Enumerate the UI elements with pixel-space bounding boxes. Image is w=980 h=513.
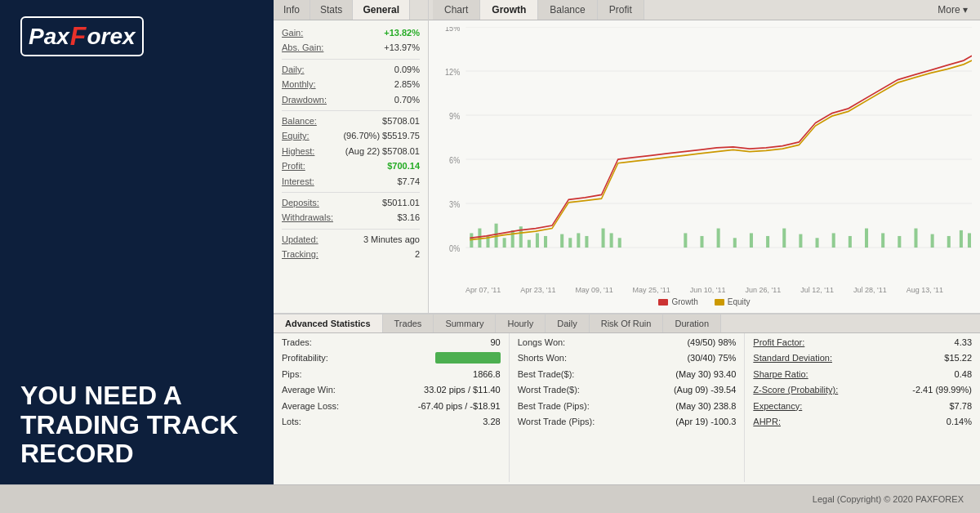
tab-chart[interactable]: Chart <box>433 0 480 20</box>
balance-label[interactable]: Balance: <box>282 115 317 127</box>
stats-row-sharpe: Sharpe Ratio: 0.48 <box>753 368 972 381</box>
tab-daily[interactable]: Daily <box>546 314 589 332</box>
tab-profit[interactable]: Profit <box>598 0 644 20</box>
tab-risk-of-ruin[interactable]: Risk Of Ruin <box>590 314 664 332</box>
chart-svg-container: 15% 12% 9% 6% 3% 0% <box>437 27 972 286</box>
info-row-monthly: Monthly: 2.85% <box>282 78 420 91</box>
withdrawals-label[interactable]: Withdrawals: <box>282 212 333 224</box>
std-dev-label: Standard Deviation: <box>753 352 832 364</box>
lots-label: Lots: <box>282 416 301 428</box>
stats-row-profitability: Profitability: <box>282 352 501 364</box>
tab-stats[interactable]: Stats <box>310 0 353 20</box>
tab-hourly[interactable]: Hourly <box>496 314 546 332</box>
svg-rect-25 <box>577 233 580 248</box>
tab-duration[interactable]: Duration <box>663 314 721 332</box>
withdrawals-value: $3.16 <box>397 212 420 224</box>
drawdown-value: 0.70% <box>394 94 420 106</box>
legend-equity: Equity <box>715 297 751 306</box>
monthly-label[interactable]: Monthly: <box>282 78 316 91</box>
info-panel: Info Stats General Gain: +13.82% Abs. Ga… <box>274 0 429 313</box>
updated-label[interactable]: Updated: <box>282 234 318 246</box>
chart-x-labels: Apr 07, '11 Apr 23, '11 May 09, '11 May … <box>437 286 972 294</box>
profit-label[interactable]: Profit: <box>282 160 305 172</box>
svg-rect-38 <box>816 238 819 248</box>
highest-label[interactable]: Highest: <box>282 145 314 158</box>
tab-info[interactable]: Info <box>274 0 310 20</box>
svg-rect-18 <box>511 230 514 248</box>
equity-label[interactable]: Equity: <box>282 130 310 142</box>
svg-rect-44 <box>914 229 917 248</box>
shorts-won-label: Shorts Won: <box>518 352 567 364</box>
zscore-value: -2.41 (99.99%) <box>912 384 972 396</box>
profit-factor-label: Profit Factor: <box>753 337 804 349</box>
svg-rect-47 <box>960 230 963 248</box>
interest-label[interactable]: Interest: <box>282 176 314 188</box>
svg-rect-20 <box>528 240 531 248</box>
stats-row-expectancy: Expectancy: $7.78 <box>753 400 972 413</box>
stats-row-worst-trade-dollar: Worst Trade($): (Aug 09) -39.54 <box>518 384 737 396</box>
highest-value: (Aug 22) $5708.01 <box>345 145 420 158</box>
tab-general[interactable]: General <box>353 0 410 20</box>
chart-more-button[interactable]: More ▾ <box>929 0 976 20</box>
deposits-value: $5011.01 <box>382 197 420 209</box>
tab-summary[interactable]: Summary <box>434 314 496 332</box>
avg-loss-value: -67.40 pips / -$18.91 <box>418 400 501 413</box>
deposits-label[interactable]: Deposits: <box>282 197 319 209</box>
profitability-bar <box>435 352 501 364</box>
abs-gain-value: +13.97% <box>384 42 420 54</box>
best-trade-pips-value: (May 30) 238.8 <box>675 400 736 413</box>
svg-text:0%: 0% <box>449 243 460 253</box>
gain-label[interactable]: Gain: <box>282 27 303 39</box>
chart-svg: 15% 12% 9% 6% 3% 0% <box>437 27 972 286</box>
legend-equity-dot <box>715 299 724 306</box>
stats-tab-bar: Advanced Statistics Trades Summary Hourl… <box>274 314 980 333</box>
svg-rect-41 <box>865 229 868 248</box>
svg-rect-30 <box>684 233 687 248</box>
tagline: YOU NEED A TRADING TRACK RECORD <box>20 381 253 468</box>
info-row-gain: Gain: +13.82% <box>282 27 420 39</box>
svg-text:15%: 15% <box>445 27 460 33</box>
monthly-value: 2.85% <box>394 78 420 91</box>
tracking-label[interactable]: Tracking: <box>282 248 318 261</box>
profit-factor-value: 4.33 <box>955 337 972 349</box>
tab-growth[interactable]: Growth <box>480 0 538 20</box>
svg-rect-28 <box>610 233 613 248</box>
svg-rect-40 <box>849 236 852 248</box>
stats-row-longs-won: Longs Won: (49/50) 98% <box>518 337 737 349</box>
tab-balance[interactable]: Balance <box>538 0 597 20</box>
footer-text: Legal (Copyright) © 2020 PAXFOREX <box>813 494 964 504</box>
drawdown-label[interactable]: Drawdown: <box>282 94 327 106</box>
logo-pax-text: Pax <box>29 24 69 50</box>
avg-win-value: 33.02 pips / $11.40 <box>424 384 501 396</box>
info-row-profit: Profit: $700.14 <box>282 160 420 172</box>
abs-gain-label[interactable]: Abs. Gain: <box>282 42 323 54</box>
svg-rect-35 <box>766 236 769 248</box>
tab-trades[interactable]: Trades <box>383 314 434 332</box>
svg-rect-24 <box>568 238 572 248</box>
lots-value: 3.28 <box>483 416 500 428</box>
stats-row-std-dev: Standard Deviation: $15.22 <box>753 352 972 364</box>
stats-row-best-trade-pips: Best Trade (Pips): (May 30) 238.8 <box>518 400 737 413</box>
bottom-section: Advanced Statistics Trades Summary Hourl… <box>274 313 980 484</box>
svg-rect-22 <box>544 236 547 248</box>
legend-equity-label: Equity <box>728 297 751 306</box>
updated-value: 3 Minutes ago <box>363 234 420 246</box>
info-row-tracking: Tracking: 2 <box>282 248 420 261</box>
svg-rect-48 <box>968 233 971 248</box>
legend-growth: Growth <box>658 297 697 306</box>
main-content: Pax F orex YOU NEED A TRADING TRACK RECO… <box>0 0 980 484</box>
logo-orex-text: orex <box>87 24 135 50</box>
svg-rect-46 <box>947 236 951 248</box>
stats-col-2: Longs Won: (49/50) 98% Shorts Won: (30/4… <box>510 333 746 482</box>
sharpe-value: 0.48 <box>955 368 972 381</box>
svg-rect-39 <box>832 233 835 248</box>
svg-rect-31 <box>700 236 703 248</box>
equity-value: (96.70%) $5519.75 <box>343 130 420 142</box>
chart-tab-bar: Chart Growth Balance Profit More ▾ <box>429 0 980 20</box>
daily-label[interactable]: Daily: <box>282 64 305 76</box>
left-panel: Pax F orex YOU NEED A TRADING TRACK RECO… <box>0 0 274 484</box>
tab-advanced-statistics[interactable]: Advanced Statistics <box>274 314 383 332</box>
svg-rect-29 <box>618 238 621 248</box>
legend-growth-label: Growth <box>671 297 697 306</box>
ahpr-value: 0.14% <box>947 416 972 428</box>
